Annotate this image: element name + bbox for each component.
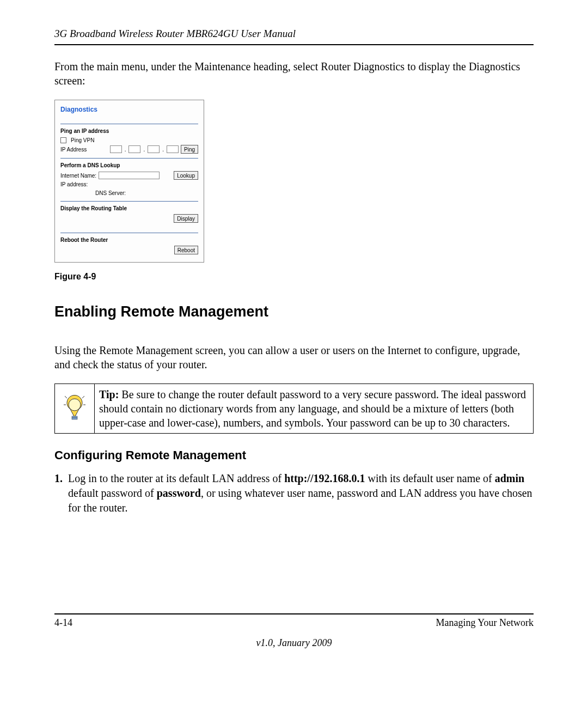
ping-vpn-checkbox[interactable]: [60, 137, 66, 143]
svg-rect-1: [72, 416, 77, 418]
step-1-text: Log in to the router at its default LAN …: [68, 471, 534, 515]
header-rule: [54, 44, 534, 45]
dot-icon: .: [162, 146, 164, 153]
doc-header-title: 3G Broadband Wireless Router MBR624GU Us…: [54, 27, 534, 41]
section-heading-enabling-remote: Enabling Remote Management: [54, 302, 534, 321]
internet-name-label: Internet Name:: [60, 172, 96, 179]
ip-address-result-label: IP address:: [60, 181, 88, 188]
step-1-password: password: [157, 487, 201, 499]
footer-rule: [54, 613, 534, 614]
section-divider: [60, 158, 198, 159]
ip-octet-3[interactable]: [148, 145, 160, 153]
dns-server-label: DNS Server:: [60, 190, 198, 197]
section-divider: [60, 233, 198, 233]
remote-intro-paragraph: Using the Remote Management screen, you …: [54, 343, 534, 372]
section-divider: [60, 201, 198, 202]
ping-button[interactable]: Ping: [181, 145, 198, 154]
ip-address-row: IP Address . . . Ping: [60, 145, 198, 154]
ping-vpn-label: Ping VPN: [71, 137, 94, 144]
chapter-title: Managing Your Network: [436, 617, 534, 629]
dot-icon: .: [143, 146, 145, 153]
ping-vpn-row: Ping VPN: [60, 137, 198, 144]
reboot-button[interactable]: Reboot: [174, 246, 198, 254]
internet-name-input[interactable]: [99, 172, 160, 179]
svg-line-3: [65, 396, 67, 398]
tip-body: Be sure to change the router default pas…: [99, 388, 526, 429]
tip-icon-cell: [55, 384, 95, 434]
footer-version: v1.0, January 2009: [54, 637, 534, 649]
svg-line-4: [82, 396, 84, 398]
svg-rect-2: [72, 418, 77, 419]
ip-address-result-row: IP address:: [60, 181, 198, 188]
footer-row: 4-14 Managing Your Network: [54, 617, 534, 629]
step-1: 1. Log in to the router at its default L…: [54, 471, 534, 515]
ping-section-heading: Ping an IP address: [60, 127, 198, 135]
ip-octet-2[interactable]: [128, 145, 140, 153]
diagnostics-title: Diagnostics: [60, 106, 198, 114]
intro-paragraph: From the main menu, under the Maintenanc…: [54, 59, 534, 88]
reboot-section-heading: Reboot the Router: [60, 236, 198, 244]
routing-section-heading: Display the Routing Table: [60, 205, 198, 212]
dns-section-heading: Perform a DNS Lookup: [60, 162, 198, 169]
lookup-button[interactable]: Lookup: [174, 171, 198, 180]
tip-box: Tip: Be sure to change the router defaul…: [54, 384, 534, 434]
step-1-url: http://192.168.0.1: [284, 472, 365, 484]
figure-label: Figure 4-9: [54, 271, 534, 283]
subsection-heading-configuring: Configuring Remote Management: [54, 448, 534, 464]
ip-octet-4[interactable]: [167, 145, 179, 153]
page-number: 4-14: [54, 617, 72, 629]
lightbulb-icon: [63, 393, 86, 421]
step-number: 1.: [54, 471, 63, 515]
ip-address-label: IP Address: [60, 146, 87, 153]
section-divider: [60, 124, 198, 124]
dot-icon: .: [125, 146, 126, 153]
step-1-admin: admin: [495, 472, 524, 484]
tip-text-cell: Tip: Be sure to change the router defaul…: [95, 384, 534, 434]
tip-label: Tip:: [99, 388, 119, 400]
internet-name-row: Internet Name: Lookup: [60, 171, 198, 180]
ip-octet-1[interactable]: [110, 145, 122, 153]
diagnostics-panel: Diagnostics Ping an IP address Ping VPN …: [54, 100, 204, 263]
display-button[interactable]: Display: [174, 214, 198, 223]
svg-point-0: [69, 399, 81, 411]
